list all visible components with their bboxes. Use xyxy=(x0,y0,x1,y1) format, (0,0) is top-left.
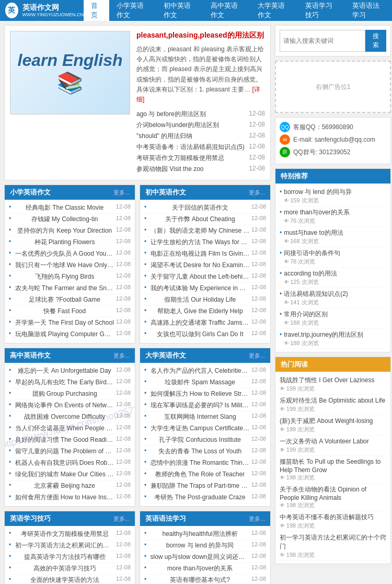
banner-list-link[interactable]: 考研英语作文万能模板使用禁忌 xyxy=(136,154,224,163)
special-link[interactable]: borrow 与 lend 的同与异 xyxy=(284,188,351,197)
article-link[interactable]: 名人作为产品的代言人 Celebrities as Prod xyxy=(151,367,250,375)
article-link[interactable]: 玩电脑游戏 Playing Computer Games xyxy=(15,330,114,339)
article-link[interactable]: 种花 Planting Flowers xyxy=(34,238,95,247)
article-link[interactable]: 战胜困难 Overcome Difficulty xyxy=(24,413,105,421)
grammar-more-link[interactable]: 更多... xyxy=(249,515,265,523)
article-link[interactable]: healthy与healthful用法辨析 xyxy=(162,530,237,539)
article-link[interactable]: 女孩也可以做到 Girls Can Do It xyxy=(157,330,244,339)
hot-link[interactable]: 初一学习英语方法之积累词汇的十个窍门 xyxy=(280,533,386,551)
article-link[interactable]: 全面的快速学英语的方法 xyxy=(30,576,99,584)
nav-tips[interactable]: 英语学习技巧 xyxy=(298,0,345,21)
special-link[interactable]: travel,trip,journey的用法区别 xyxy=(284,330,363,339)
article-link[interactable]: 高效的中英语学习技巧 xyxy=(33,564,96,573)
article-link[interactable]: more than与over的关系 xyxy=(167,564,233,573)
article-link[interactable]: 留守儿童的问题 The Problem of Left-behin xyxy=(15,447,114,456)
banner-list-link[interactable]: ago 与 before的用法区别 xyxy=(136,110,206,119)
hot-link[interactable]: 关于杀生动物的看法 Opinion of People Killing Anim… xyxy=(280,485,386,501)
tips-body: 考研英语作文万能模板使用禁忌12-08 初一学习英语方法之积累词汇的十个窍门12… xyxy=(5,526,135,584)
special-link[interactable]: 常用介词的区别 xyxy=(284,310,328,319)
article-link[interactable]: 一名优秀的少先队员 A Good Young Pioneer xyxy=(15,249,114,258)
article-link[interactable]: 帮助老人 Give the Elderly Help xyxy=(157,307,243,316)
article-link[interactable]: 足球比赛 ?Football Game xyxy=(29,295,100,304)
article-link[interactable]: 假期生活 Our Holiday Life xyxy=(164,295,236,304)
high-school-list: 难忘的一天 An Unforgettable Day12-08 早起的鸟儿有虫吃… xyxy=(9,365,131,503)
search-input[interactable] xyxy=(280,30,365,52)
article-link[interactable]: 失去的青春 The Loss of Youth xyxy=(158,447,241,456)
article-link[interactable]: 高速路上的交通堵塞 Traffic Jams on the H xyxy=(151,318,250,327)
banner-list-link[interactable]: 介词below与under的用法区别 xyxy=(136,121,219,130)
article-link[interactable]: 关于留守儿童 About the Left-behind Child xyxy=(151,272,250,281)
hot-link[interactable]: 我战胜了惰性 I Get Over Laziness xyxy=(280,376,386,385)
article-link[interactable]: borrow 与 lend 的异与同 xyxy=(166,541,234,550)
article-link[interactable]: 垃圾邮件 Spam Massage xyxy=(165,378,235,387)
banner-list-link[interactable]: 参观动物园 Visit the zoo xyxy=(136,165,203,174)
article-link[interactable]: 网络舆论事件 On Events of Network Public xyxy=(15,401,114,410)
special-link[interactable]: according to的用法 xyxy=(284,269,337,278)
nav-high[interactable]: 高中英语作文 xyxy=(203,0,250,21)
article-link[interactable]: 考研英语作文万能模板使用禁忌 xyxy=(21,530,109,539)
special-link[interactable]: 语法易错易混知识点(2) xyxy=(284,290,348,299)
article-link[interactable]: 孔子学院 Confucious Institute xyxy=(159,436,241,444)
article-link[interactable]: 当人们怀念诺基亚 When People Miss Nokia xyxy=(15,424,114,433)
middle-more-link[interactable]: 更多... xyxy=(249,189,265,197)
list-item: 渴望不考试 Desire for No Examination12-08 xyxy=(144,260,266,271)
article-link[interactable]: 如何缓解压力 How to Relieve Stress xyxy=(151,390,250,398)
banner-list-link[interactable]: 中考英语备考：语法易错易混知识点(5) xyxy=(136,143,245,152)
special-link[interactable]: 间接引语中的条件句 xyxy=(284,249,340,258)
hot-link[interactable]: 中考英语不懂不看的英语解题技巧 xyxy=(280,513,386,522)
nav-grammar[interactable]: 英语语法学习 xyxy=(345,0,392,21)
article-link[interactable]: 难忘的一天 An Unforgettable Day xyxy=(18,367,111,375)
article-link[interactable]: 存钱罐 My Collecting-tin xyxy=(31,215,98,224)
article-link[interactable]: 机器人会有自我意识吗 Does Robot Have Sel xyxy=(15,459,114,467)
article-link[interactable]: 团购 Group Purchasing xyxy=(32,390,97,398)
article-link[interactable]: 我们只有一个地球 We Have Only One Earth xyxy=(15,261,114,270)
hot-link[interactable]: 乐观对待生活 Be Optimistic about Life xyxy=(280,396,386,405)
article-link[interactable]: 北京雾霾 Beijing haze xyxy=(34,482,95,490)
college-more-link[interactable]: 更多... xyxy=(249,352,265,360)
tips-more-link[interactable]: 更多... xyxy=(113,515,130,523)
nav-primary[interactable]: 小学英语作文 xyxy=(109,0,156,21)
article-link[interactable]: 关于作弊 About Cheating xyxy=(165,215,235,224)
article-link[interactable]: slow up与slow down是同义词还是反义词 xyxy=(151,553,250,562)
article-link[interactable]: 让学生放松的方法 The Ways for Students t xyxy=(151,238,250,247)
article-link[interactable]: 经典电影 The Classic Movie xyxy=(26,203,103,212)
special-link[interactable]: must与have to的用法 xyxy=(284,228,343,237)
high-more-link[interactable]: 更多... xyxy=(113,352,130,360)
article-link[interactable]: 绿化我们的城市 Make Our Cities Greener xyxy=(15,470,114,479)
article-link[interactable]: 坚持你的方向 Keep Your Direction xyxy=(17,226,112,235)
article-link[interactable]: 快餐 Fast Food xyxy=(43,307,86,316)
article-link[interactable]: 关于回信的英语作文 xyxy=(172,203,228,212)
hot-link[interactable]: 揠苗助长 To Pull up the Seedlings to Help Th… xyxy=(280,457,386,474)
nav-middle[interactable]: 初中英语作文 xyxy=(156,0,203,21)
article-link[interactable]: 开学第一天 The First Day of School xyxy=(15,318,114,327)
article-link[interactable]: 教师的角色 The Role of Teacher xyxy=(155,470,245,479)
article-link[interactable]: 现在军事训练是必要的吗? Is Military Trai xyxy=(151,401,250,410)
article-link[interactable]: 飞翔的鸟 Flying Birds xyxy=(35,272,95,281)
hot-link[interactable]: (新)关于减肥 About Weight-losing xyxy=(280,417,386,426)
article-link[interactable]: 电影正在给电视让路 Film Is Giving Way to xyxy=(151,249,250,258)
article-link[interactable]: 良好的阅读习惯 The Good Reading Habit xyxy=(15,436,114,444)
article-link[interactable]: 初一学习英语方法之积累词汇的十个窍门 xyxy=(15,541,114,550)
article-link[interactable]: 早起的鸟儿有虫吃 The Early Bird Will Cat xyxy=(15,378,114,387)
hot-link[interactable]: 一次义务劳动 A Volunteer Labor xyxy=(280,437,386,446)
banner-list-link[interactable]: "should" 的用法归纳 xyxy=(136,132,192,141)
article-link[interactable]: 如何食用方便面 How to Have Instant Noodl xyxy=(15,493,114,502)
grammar-body: healthy与healthful用法辨析12-08 borrow 与 lend… xyxy=(140,526,270,584)
article-link[interactable]: 提高英语学习方法技巧有哪些 xyxy=(24,553,106,562)
article-link[interactable]: 恋情中的浪漫 The Romantic Thing in Relat xyxy=(151,459,250,467)
list-item: 农夫与蛇 The Farmer and the Snake12-08 xyxy=(9,283,131,294)
article-link[interactable]: （新）我的语文老师 My Chinese Teacher xyxy=(151,226,250,235)
nav-home[interactable]: 首页 xyxy=(84,0,109,21)
article-link[interactable]: 考研热 The Post-graduate Craze xyxy=(154,493,245,502)
search-button[interactable]: 搜索 xyxy=(365,30,386,52)
nav-college[interactable]: 大学英语作文 xyxy=(250,0,297,21)
primary-more-link[interactable]: 更多... xyxy=(113,189,130,197)
article-link[interactable]: 大学生考证热 Campus Certificate Craze xyxy=(151,424,250,433)
article-link[interactable]: 我的考试体验 My Experience in Examinatio xyxy=(151,284,250,293)
article-link[interactable]: 农夫与蛇 The Farmer and the Snake xyxy=(15,284,114,293)
special-link[interactable]: more than与over的关系 xyxy=(284,208,349,217)
article-link[interactable]: 渴望不考试 Desire for No Examination xyxy=(151,261,250,270)
article-link[interactable]: 兼职陷阱 The Traps of Part-time Job xyxy=(151,482,250,490)
article-link[interactable]: 互联网网络 Internet Slang xyxy=(164,413,236,421)
article-link[interactable]: 英语有哪些基本句式? xyxy=(170,576,230,584)
